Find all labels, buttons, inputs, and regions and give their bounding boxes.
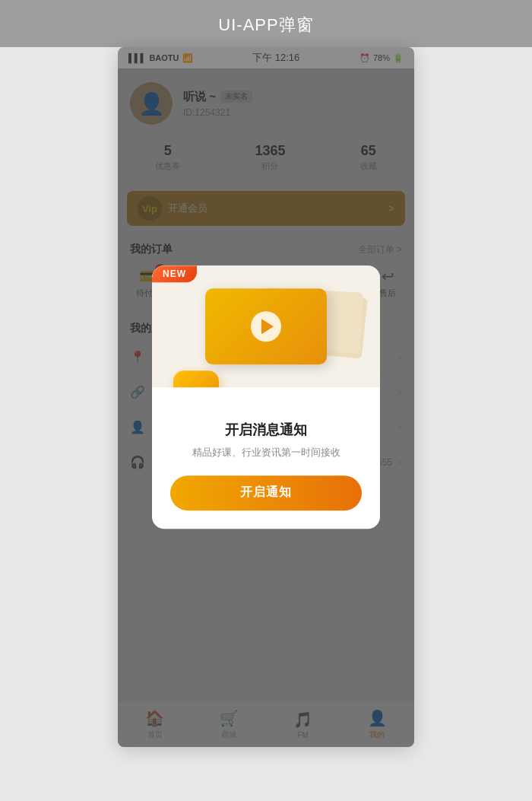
chat-bubble-icon <box>173 370 219 387</box>
modal-desc: 精品好课、行业资讯第一时间接收 <box>170 445 362 460</box>
phone-frame: ▌▌▌ BAOTU 📶 下午 12:16 ⏰ 78% 🔋 👤 听说 ~ 未实名 … <box>118 47 414 747</box>
page-title: UI-APP弹窗 <box>0 0 532 47</box>
enable-notification-button[interactable]: 开启通知 <box>170 475 362 510</box>
modal-content: 开启消息通知 精品好课、行业资讯第一时间接收 开启通知 <box>152 387 380 510</box>
modal-popup: NEW 开启消息通知 <box>152 265 380 529</box>
new-badge: NEW <box>152 265 197 282</box>
video-card[interactable] <box>205 288 327 364</box>
play-button[interactable] <box>251 311 281 342</box>
modal-image-area: NEW <box>152 265 380 387</box>
modal-title: 开启消息通知 <box>170 421 362 439</box>
play-triangle-icon <box>261 319 274 334</box>
